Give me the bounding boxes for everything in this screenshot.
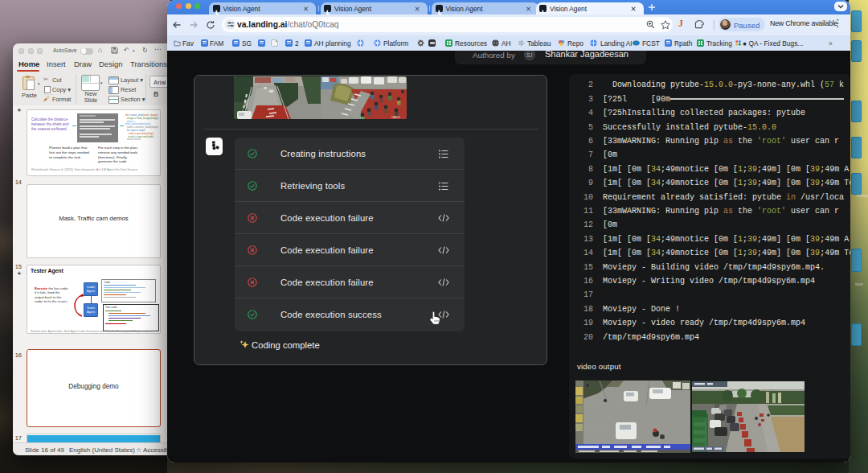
svg-text:CAM 02: CAM 02 [391,116,400,119]
